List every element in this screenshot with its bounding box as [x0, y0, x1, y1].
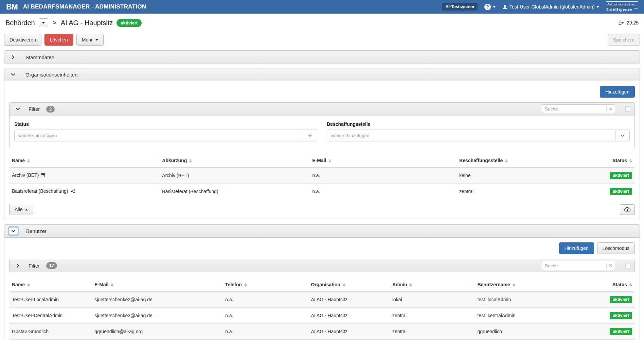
- status-badge: aktiviert: [610, 328, 632, 335]
- filter-title: Filter: [29, 263, 40, 269]
- column-header-status[interactable]: Status: [601, 154, 635, 168]
- chevron-down-icon[interactable]: [303, 130, 317, 141]
- column-header-benutzername[interactable]: Benutzername: [475, 278, 585, 292]
- sort-icon[interactable]: [629, 159, 632, 163]
- panel-organisationseinheiten: Organisationseinheiten Hinzufügen Filter…: [4, 68, 640, 220]
- sort-icon[interactable]: [513, 283, 515, 287]
- delete-button[interactable]: Löschen: [44, 34, 73, 46]
- sort-icon[interactable]: [343, 283, 345, 287]
- filter-count-badge: 2: [46, 106, 55, 113]
- delete-mode-button[interactable]: Löschmodus: [597, 242, 635, 254]
- column-header-email[interactable]: E-Mail: [92, 278, 222, 292]
- chevron-right-icon[interactable]: [9, 54, 17, 61]
- users-search-input[interactable]: [544, 263, 604, 269]
- user-icon: [502, 4, 507, 10]
- chevron-right-icon[interactable]: [14, 262, 22, 269]
- chevron-down-icon[interactable]: [14, 105, 22, 113]
- breadcrumb-separator: >: [52, 19, 57, 27]
- panel-title: Organisationseinheiten: [25, 72, 77, 78]
- sitemap-icon: [71, 189, 75, 194]
- clear-search-icon[interactable]: ×: [609, 106, 612, 112]
- panel-benutzer: Benutzer Hinzufügen Löschmodus Filter 17…: [4, 224, 640, 340]
- org-search-input[interactable]: [544, 106, 604, 112]
- table-row[interactable]: Basisreferat (Beschaffung) Basisreferat …: [9, 184, 635, 200]
- deactivate-button[interactable]: Deaktivieren: [4, 34, 41, 46]
- users-filter-header[interactable]: Filter 17 ×: [10, 259, 634, 272]
- clear-search-icon[interactable]: ×: [609, 263, 612, 268]
- help-menu[interactable]: ?: [484, 4, 496, 10]
- status-select[interactable]: [14, 130, 317, 141]
- panel-org-header[interactable]: Organisationseinheiten: [4, 68, 640, 81]
- filter-title: Filter: [29, 106, 40, 112]
- table-row[interactable]: Archiv (BET) Archiv (BET) n.a. keine akt…: [9, 168, 635, 184]
- column-header-abkuerzung[interactable]: Abkürzung: [159, 154, 309, 168]
- logout-icon[interactable]: [618, 20, 624, 26]
- user-menu[interactable]: Test-User-GlobalAdmin (globaler Admin): [502, 4, 600, 10]
- page-size-button[interactable]: Alle: [9, 204, 33, 215]
- sort-icon[interactable]: [629, 283, 632, 287]
- system-badge: AI-Testsystem: [442, 3, 478, 11]
- chevron-down-icon[interactable]: [9, 71, 17, 78]
- save-button[interactable]: Speichern: [608, 34, 640, 46]
- org-filter-header[interactable]: Filter 2 ×: [10, 103, 634, 116]
- panel-users-header[interactable]: Benutzer: [4, 225, 640, 238]
- filter-count-badge: 17: [46, 262, 57, 269]
- column-header-email[interactable]: E-Mail: [309, 154, 457, 168]
- add-user-button[interactable]: Hinzufügen: [559, 242, 594, 254]
- field-label: Beschaffungsstelle: [327, 121, 630, 127]
- column-header-beschaffungsstelle[interactable]: Beschaffungsstelle: [457, 154, 601, 168]
- org-search-box: ×: [541, 104, 615, 114]
- page-title: AI AG - Hauptsitz: [61, 19, 113, 27]
- status-badge: aktiviert: [610, 296, 632, 303]
- action-toolbar: Deaktivieren Löschen Mehr Speichern: [0, 32, 644, 50]
- beschaffungsstelle-select-input[interactable]: [327, 130, 615, 141]
- status-badge: aktiviert: [610, 188, 632, 195]
- beschaffungsstelle-select[interactable]: [327, 130, 630, 141]
- column-header-name[interactable]: Name: [9, 154, 159, 168]
- archive-icon: [41, 173, 46, 178]
- ai-brand-logo: Administration Intelligence AG: [606, 1, 638, 12]
- table-header-row: Name Abkürzung E-Mail Beschaffungsstelle…: [9, 154, 635, 168]
- panel-stammdaten-header[interactable]: Stammdaten: [4, 51, 640, 64]
- org-filter-panel: Filter 2 × Status: [9, 102, 635, 148]
- table-row[interactable]: Test-User-LocalAdmin sjuetterschenke2@ai…: [9, 292, 635, 308]
- top-navbar: BM AI BEDARFSMANAGER - ADMINISTRATION AI…: [0, 0, 644, 14]
- column-header-name[interactable]: Name: [9, 278, 92, 292]
- add-orgunit-button[interactable]: Hinzufügen: [600, 86, 635, 98]
- status-select-input[interactable]: [15, 130, 303, 141]
- status-badge: aktiviert: [610, 172, 632, 179]
- sort-icon[interactable]: [409, 283, 412, 287]
- sort-icon[interactable]: [244, 283, 247, 287]
- search-addon-button[interactable]: [625, 263, 630, 268]
- chevron-down-icon: [42, 22, 45, 24]
- chevron-down-icon[interactable]: [9, 227, 18, 235]
- sort-icon[interactable]: [189, 159, 192, 163]
- chevron-down-icon: [493, 6, 496, 8]
- chevron-down-icon: [95, 39, 98, 41]
- caret-up-icon: [25, 209, 28, 210]
- column-header-telefon[interactable]: Telefon: [222, 278, 308, 292]
- column-header-admin[interactable]: Admin: [390, 278, 475, 292]
- sort-icon[interactable]: [27, 159, 30, 163]
- table-row[interactable]: Test-User-CentralAdmin sjuetterschenke3@…: [9, 308, 635, 324]
- bm-logo: BM: [6, 2, 18, 12]
- search-addon-button[interactable]: [625, 106, 630, 112]
- chevron-down-icon[interactable]: [615, 130, 629, 141]
- more-button[interactable]: Mehr: [76, 34, 104, 46]
- breadcrumb-root[interactable]: Behörden: [5, 19, 35, 27]
- panel-title: Benutzer: [26, 228, 47, 234]
- sort-icon[interactable]: [27, 283, 30, 287]
- table-header-row: Name E-Mail Telefon Organisation Admin B…: [9, 278, 635, 292]
- sort-icon[interactable]: [505, 159, 508, 163]
- panel-stammdaten: Stammdaten: [4, 50, 640, 64]
- sort-icon[interactable]: [111, 283, 113, 287]
- export-button[interactable]: [620, 204, 635, 215]
- breadcrumb-dropdown-button[interactable]: [39, 18, 48, 27]
- table-row[interactable]: Gustav Gründlich ggruendlich@ai-ag.org n…: [9, 324, 635, 340]
- user-label: Test-User-GlobalAdmin (globaler Admin): [509, 4, 595, 10]
- sort-icon[interactable]: [328, 159, 331, 163]
- users-search-box: ×: [541, 261, 615, 270]
- column-header-status[interactable]: Status: [585, 278, 635, 292]
- column-header-organisation[interactable]: Organisation: [308, 278, 389, 292]
- session-timer: 29:25: [618, 20, 639, 26]
